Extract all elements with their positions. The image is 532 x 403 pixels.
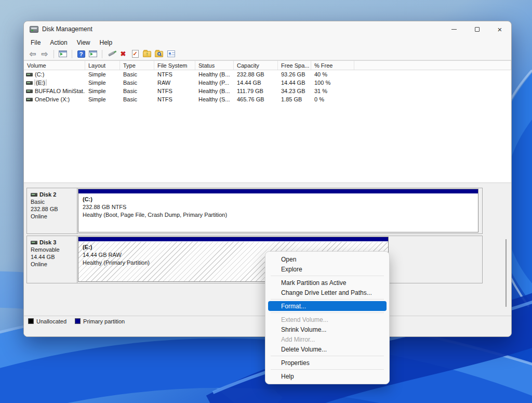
menu-item-format[interactable]: Format... [268, 301, 387, 311]
menu-item-extend-volume: Extend Volume... [265, 315, 389, 324]
partition-size-fs: 232.88 GB NTFS [83, 203, 478, 211]
partition-c[interactable]: (C:) 232.88 GB NTFS Healthy (Boot, Page … [78, 189, 478, 232]
properties-list-glyph [167, 50, 175, 57]
menu-item-mark-partition-active[interactable]: Mark Partition as Active [265, 278, 389, 288]
partition-label: (E:) [83, 243, 388, 251]
cell-pctfree: 100 % [311, 80, 354, 86]
menu-help[interactable]: Help [95, 38, 117, 47]
column-header-pctfree[interactable]: % Free [311, 61, 354, 70]
table-row-volume-e-selected[interactable]: (E:) Simple Basic RAW Healthy (P... 14.4… [24, 79, 511, 87]
cell-filesystem: NTFS [154, 88, 195, 94]
cell-pctfree: 40 % [311, 71, 354, 77]
cell-status: Healthy (B... [195, 88, 234, 94]
menu-item-properties[interactable]: Properties [265, 358, 389, 368]
folder-search-icon[interactable] [154, 49, 164, 58]
disk-kind: Basic [31, 198, 73, 205]
toolbar-separator [72, 50, 72, 58]
cell-capacity: 14.44 GB [234, 80, 278, 86]
cell-freespace: 93.26 GB [278, 71, 311, 77]
menu-item-explore[interactable]: Explore [265, 264, 389, 274]
menu-separator [271, 369, 384, 370]
help-icon[interactable]: ? [76, 49, 86, 58]
back-icon[interactable]: ⇦ [28, 49, 37, 58]
partition-label: (C:) [83, 196, 478, 203]
disk2-graph-area: (C:) 232.88 GB NTFS Healthy (Boot, Page … [77, 188, 482, 233]
volume-list-header: Volume Layout Type File System Status Ca… [24, 61, 511, 70]
column-header-capacity[interactable]: Capacity [234, 61, 278, 70]
volume-name: BUFFALO MiniStat... [35, 88, 85, 94]
disk-status: Online [31, 261, 73, 268]
cell-filesystem: NTFS [154, 71, 195, 77]
column-header-volume[interactable]: Volume [24, 61, 85, 70]
table-row-volume-onedrive[interactable]: OneDrive (X:) Simple Basic NTFS Healthy … [24, 95, 511, 103]
disk-management-app-icon [30, 26, 38, 33]
volume-name: (C:) [35, 71, 44, 77]
disk3-label-panel[interactable]: Disk 3 Removable 14.44 GB Online [27, 236, 77, 283]
cell-capacity: 232.88 GB [234, 71, 278, 77]
primary-partition-bar [78, 189, 478, 194]
cell-layout: Simple [85, 80, 120, 86]
close-button[interactable]: × [488, 21, 511, 37]
menu-item-open[interactable]: Open [265, 254, 389, 264]
check-page-icon[interactable]: ✓ [130, 49, 140, 58]
menu-item-delete-volume[interactable]: Delete Volume... [265, 344, 389, 354]
maximize-icon [475, 27, 480, 32]
cell-type: Basic [120, 96, 154, 102]
volume-name: OneDrive (X:) [35, 96, 70, 102]
cell-capacity: 465.76 GB [234, 96, 278, 102]
cell-filesystem: RAW [154, 80, 195, 86]
folder-up-glyph: ↑ [143, 51, 151, 57]
menu-separator [271, 313, 384, 313]
disk-row-disk2: Disk 2 Basic 232.88 GB Online (C:) 232.8… [26, 188, 483, 234]
menu-item-shrink-volume[interactable]: Shrink Volume... [265, 324, 389, 334]
toolbar: ⇦ ⇨ ? ✖ ✓ ↑ [24, 48, 511, 60]
window-title: Disk Management [42, 25, 92, 33]
context-menu: Open Explore Mark Partition as Active Ch… [265, 251, 390, 384]
minimize-icon [451, 29, 457, 30]
menu-file[interactable]: File [26, 38, 45, 47]
menu-item-help[interactable]: Help [265, 371, 389, 381]
console-tree-icon[interactable] [88, 49, 98, 58]
console-window-icon[interactable] [58, 49, 68, 58]
toolbar-separator [54, 50, 54, 58]
maximize-button[interactable] [466, 21, 488, 37]
column-header-filesystem[interactable]: File System [154, 61, 195, 70]
vertical-scrollbar[interactable] [506, 239, 507, 307]
drive-icon [26, 81, 33, 85]
cell-pctfree: 0 % [311, 96, 354, 102]
console-tree-glyph [89, 50, 97, 57]
forward-icon[interactable]: ⇨ [40, 49, 49, 58]
minimize-button[interactable] [443, 21, 466, 37]
disk2-label-panel[interactable]: Disk 2 Basic 232.88 GB Online [27, 188, 77, 233]
column-header-type[interactable]: Type [120, 61, 154, 70]
cell-filesystem: NTFS [154, 96, 195, 102]
cell-type: Basic [120, 71, 154, 77]
column-header-status[interactable]: Status [195, 61, 234, 70]
partition-health: Healthy (Boot, Page File, Crash Dump, Pr… [83, 211, 478, 219]
legend-unallocated-label: Unallocated [36, 318, 66, 324]
legend-primary: Primary partition [75, 318, 125, 324]
cell-pctfree: 31 % [311, 88, 354, 94]
properties-list-icon[interactable] [166, 49, 176, 58]
table-row-volume-c[interactable]: (C:) Simple Basic NTFS Healthy (B... 232… [24, 70, 511, 79]
cell-capacity: 111.79 GB [234, 88, 278, 94]
menu-action[interactable]: Action [45, 38, 72, 47]
cell-status: Healthy (S... [195, 96, 234, 102]
menu-item-change-drive-letter[interactable]: Change Drive Letter and Paths... [265, 288, 389, 297]
tool-icon[interactable] [107, 49, 116, 58]
folder-search-glyph [155, 51, 163, 57]
folder-up-icon[interactable]: ↑ [142, 49, 152, 58]
table-row-volume-buffalo[interactable]: BUFFALO MiniStat... Simple Basic NTFS He… [24, 87, 511, 95]
column-header-freespace[interactable]: Free Spa... [278, 61, 311, 70]
column-header-layout[interactable]: Layout [85, 61, 120, 70]
legend-unallocated: Unallocated [28, 318, 66, 324]
delete-volume-icon[interactable]: ✖ [118, 49, 128, 58]
cell-freespace: 34.23 GB [278, 88, 311, 94]
menu-item-add-mirror: Add Mirror... [265, 334, 389, 344]
close-icon: × [498, 25, 502, 33]
drive-icon [26, 73, 33, 76]
volume-list-pane: Volume Layout Type File System Status Ca… [24, 60, 511, 183]
legend-primary-label: Primary partition [83, 318, 125, 324]
menu-view[interactable]: View [72, 38, 95, 47]
check-glyph: ✓ [132, 50, 139, 58]
